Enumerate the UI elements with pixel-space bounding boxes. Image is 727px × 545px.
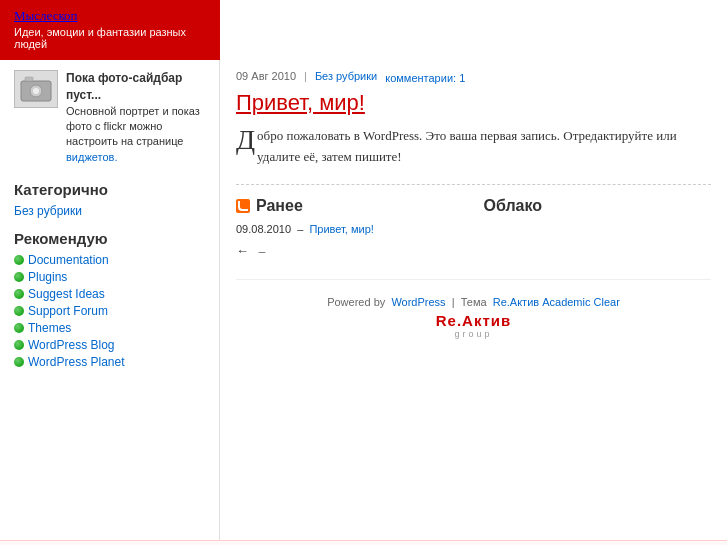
- main-content: 09 Авг 2010 | Без рубрики комментарии: 1…: [220, 60, 727, 353]
- recommend-item-suggest-ideas: Suggest Ideas: [14, 287, 205, 301]
- archive-section-label: Ранее: [256, 197, 303, 215]
- two-col-section: Ранее 09.08.2010 – Привет, мир! ← – Обла…: [236, 197, 711, 259]
- recommend-item-wordpress-planet: WordPress Planet: [14, 355, 205, 369]
- footer-credits: Powered by WordPress | Тема Re.Актив Aca…: [236, 296, 711, 308]
- footer-logo-main: Re.Актив: [436, 312, 511, 329]
- categories-heading: Категорично: [14, 181, 205, 198]
- sidebar: Пока фото-сайдбар пуст... Основной портр…: [0, 60, 220, 540]
- category-link-bez-rubriki[interactable]: Без рубрики: [14, 204, 82, 218]
- photo-widget-text: Пока фото-сайдбар пуст... Основной портр…: [66, 70, 205, 165]
- cloud-column: Облако: [484, 197, 712, 259]
- content-divider: [236, 184, 711, 185]
- site-description: Идеи, эмоции и фантазии разных людей: [14, 26, 206, 50]
- photo-widget-icon: [14, 70, 58, 108]
- recommend-link-documentation[interactable]: Documentation: [28, 253, 109, 267]
- cloud-title: Облако: [484, 197, 712, 215]
- archive-title: Ранее: [236, 197, 464, 215]
- category-item: Без рубрики: [14, 204, 205, 218]
- recommend-item-themes: Themes: [14, 321, 205, 335]
- recommend-list: Documentation Plugins Suggest Ideas Supp…: [14, 253, 205, 369]
- bullet-icon: [14, 323, 24, 333]
- recommend-heading: Рекомендую: [14, 230, 205, 247]
- wordpress-link[interactable]: WordPress: [391, 296, 445, 308]
- recommend-item-wordpress-blog: WordPress Blog: [14, 338, 205, 352]
- archive-column: Ранее 09.08.2010 – Привет, мир! ← –: [236, 197, 464, 259]
- theme-label: Тема: [461, 296, 487, 308]
- theme-link[interactable]: Re.Актив Academic Clear: [493, 296, 620, 308]
- bullet-icon: [14, 255, 24, 265]
- meta-separator: |: [304, 70, 307, 82]
- cloud-section-label: Облако: [484, 197, 543, 215]
- photo-widget-body: Основной портрет и показ фото с flickr м…: [66, 105, 200, 148]
- site-title-link[interactable]: Мыслескоп: [14, 8, 78, 23]
- bullet-icon: [14, 272, 24, 282]
- svg-rect-3: [25, 77, 33, 81]
- svg-point-2: [33, 88, 39, 94]
- post-meta: 09 Авг 2010 | Без рубрики комментарии: 1: [236, 68, 711, 84]
- page-footer: Powered by WordPress | Тема Re.Актив Aca…: [236, 279, 711, 345]
- pagination: ← –: [236, 243, 464, 259]
- post-content: Добро пожаловать в WordPress. Это ваша п…: [236, 126, 711, 168]
- archive-entry-link[interactable]: Привет, мир!: [309, 223, 373, 235]
- photo-widget-title: Пока фото-сайдбар пуст...: [66, 71, 182, 102]
- site-title[interactable]: Мыслескоп: [14, 8, 206, 24]
- recommend-item-support-forum: Support Forum: [14, 304, 205, 318]
- photo-widget-link[interactable]: виджетов.: [66, 151, 117, 163]
- recommend-link-plugins[interactable]: Plugins: [28, 270, 67, 284]
- post-body: обро пожаловать в WordPress. Это ваша пе…: [257, 128, 677, 164]
- recommend-item-plugins: Plugins: [14, 270, 205, 284]
- comments-link[interactable]: комментарии: 1: [385, 72, 465, 84]
- recommend-item-documentation: Documentation: [14, 253, 205, 267]
- post-title-link[interactable]: Привет, мир!: [236, 90, 365, 116]
- footer-logo: Re.Актив: [236, 312, 711, 329]
- recommend-link-themes[interactable]: Themes: [28, 321, 71, 335]
- error-bar: Fatal error: Maximum execution time of 3…: [0, 540, 727, 545]
- recommend-link-suggest-ideas[interactable]: Suggest Ideas: [28, 287, 105, 301]
- bullet-icon: [14, 357, 24, 367]
- prev-page: ←: [236, 243, 249, 258]
- rss-icon: [236, 199, 250, 213]
- recommend-link-wordpress-blog[interactable]: WordPress Blog: [28, 338, 114, 352]
- footer-logo-sub: group: [236, 329, 711, 339]
- main-wrapper: Пока фото-сайдбар пуст... Основной портр…: [0, 60, 727, 540]
- bullet-icon: [14, 340, 24, 350]
- photo-widget: Пока фото-сайдбар пуст... Основной портр…: [14, 70, 205, 165]
- site-header: Мыслескоп Идеи, эмоции и фантазии разных…: [0, 0, 220, 60]
- next-page: –: [259, 243, 266, 258]
- camera-icon: [20, 75, 52, 103]
- archive-entry: 09.08.2010 – Привет, мир!: [236, 223, 464, 235]
- post-date: 09 Авг 2010: [236, 70, 296, 82]
- archive-date: 09.08.2010: [236, 223, 291, 235]
- powered-by-text: Powered by: [327, 296, 385, 308]
- dropcap: Д: [236, 126, 255, 154]
- categories-list: Без рубрики: [14, 204, 205, 218]
- post-category-link[interactable]: Без рубрики: [315, 70, 377, 82]
- bullet-icon: [14, 306, 24, 316]
- bullet-icon: [14, 289, 24, 299]
- recommend-link-support-forum[interactable]: Support Forum: [28, 304, 108, 318]
- recommend-link-wordpress-planet[interactable]: WordPress Planet: [28, 355, 125, 369]
